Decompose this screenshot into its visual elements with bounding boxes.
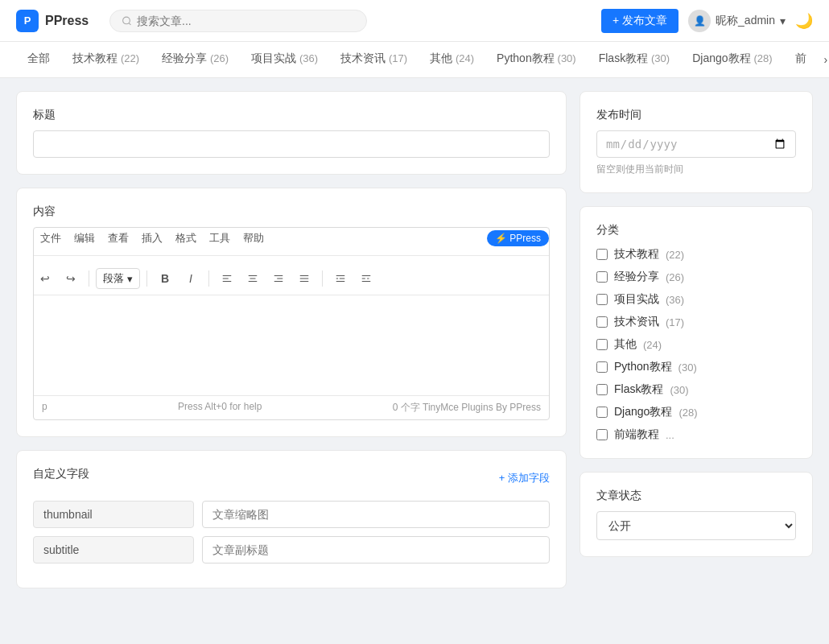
menu-view[interactable]: 查看 bbox=[101, 228, 135, 249]
tab-django[interactable]: Django教程 (28) bbox=[681, 42, 783, 77]
redo-button[interactable]: ↪ bbox=[60, 267, 82, 290]
toolbar-separator-3 bbox=[208, 270, 209, 287]
editor-wrapper: 文件 编辑 查看 插入 格式 工具 帮助 ⚡ PPress ↩ ↪ bbox=[33, 227, 550, 420]
tabs-more-button[interactable]: › bbox=[818, 43, 829, 76]
editor-help-hint: Press Alt+0 for help bbox=[178, 401, 262, 415]
ppress-badge: ⚡ PPress bbox=[487, 230, 549, 246]
category-card: 分类 技术教程 (22) 经验分享 (26) 项目实战 (36) bbox=[579, 206, 813, 459]
content-section-label: 内容 bbox=[33, 204, 550, 219]
category-item-frontend: 前端教程 ... bbox=[596, 427, 796, 442]
category-count-tech: (22) bbox=[666, 249, 684, 261]
category-checkbox-python[interactable] bbox=[596, 361, 608, 373]
category-checkbox-django[interactable] bbox=[596, 407, 608, 418]
editor-tag: p bbox=[42, 401, 47, 415]
chevron-down-icon: ▾ bbox=[127, 273, 133, 285]
publish-time-label: 发布时间 bbox=[596, 108, 796, 122]
menu-tools[interactable]: 工具 bbox=[203, 228, 237, 249]
tab-tech-tutorial[interactable]: 技术教程 (22) bbox=[61, 42, 151, 77]
italic-button[interactable]: I bbox=[179, 267, 202, 290]
align-left-button[interactable] bbox=[216, 267, 238, 290]
article-status-select[interactable]: 公开 私密 草稿 bbox=[596, 511, 796, 540]
editor-word-count: 0 个字 TinyMce Plugins By PPress bbox=[393, 401, 541, 415]
editor-body[interactable] bbox=[34, 295, 549, 392]
menu-format[interactable]: 格式 bbox=[169, 228, 203, 249]
outdent-button[interactable] bbox=[329, 267, 352, 290]
category-name-experience: 经验分享 bbox=[614, 270, 659, 284]
publish-article-button[interactable]: + 发布文章 bbox=[601, 9, 678, 33]
custom-fields-label: 自定义字段 bbox=[33, 467, 89, 481]
title-input[interactable] bbox=[33, 130, 550, 158]
article-status-label: 文章状态 bbox=[596, 489, 796, 503]
editor-menubar: 文件 编辑 查看 插入 格式 工具 帮助 ⚡ PPress bbox=[34, 228, 549, 256]
tab-other[interactable]: 其他 (24) bbox=[419, 42, 485, 77]
category-count-django: (28) bbox=[678, 407, 697, 419]
menu-help[interactable]: 帮助 bbox=[237, 228, 270, 249]
tab-experience[interactable]: 经验分享 (26) bbox=[151, 42, 240, 77]
align-center-button[interactable] bbox=[241, 267, 264, 290]
publish-time-card: 发布时间 留空则使用当前时间 bbox=[579, 91, 813, 193]
logo-icon: P bbox=[16, 10, 39, 32]
category-item-python: Python教程 (30) bbox=[596, 360, 796, 374]
field-key-thumbnail: thumbnail bbox=[33, 501, 194, 528]
dark-mode-button[interactable]: 🌙 bbox=[795, 12, 813, 30]
user-name: 昵称_admin bbox=[716, 14, 775, 28]
category-checkbox-tech[interactable] bbox=[596, 249, 608, 260]
category-name-tech: 技术教程 bbox=[614, 247, 659, 262]
svg-line-1 bbox=[129, 23, 130, 24]
field-row-subtitle: subtitle bbox=[33, 536, 550, 564]
category-checkbox-project[interactable] bbox=[596, 294, 608, 305]
tab-frontend[interactable]: 前 bbox=[784, 42, 818, 77]
logo-text: PPress bbox=[45, 14, 89, 28]
category-checkbox-flask[interactable] bbox=[596, 384, 608, 395]
publish-time-hint: 留空则使用当前时间 bbox=[596, 163, 796, 176]
custom-fields-header: 自定义字段 + 添加字段 bbox=[33, 467, 550, 489]
nav-tabs: 全部 技术教程 (22) 经验分享 (26) 项目实战 (36) 技术资讯 (1… bbox=[0, 42, 829, 78]
tab-all[interactable]: 全部 bbox=[16, 42, 61, 77]
category-count-frontend: ... bbox=[666, 429, 674, 441]
custom-fields-card: 自定义字段 + 添加字段 thumbnail subtitle bbox=[16, 450, 567, 588]
tab-flask[interactable]: Flask教程 (30) bbox=[588, 42, 681, 77]
user-menu[interactable]: 👤 昵称_admin ▾ bbox=[688, 10, 786, 32]
indent-button[interactable] bbox=[355, 267, 377, 290]
category-name-django: Django教程 bbox=[614, 405, 672, 419]
tab-news[interactable]: 技术资讯 (17) bbox=[329, 42, 419, 77]
menu-file[interactable]: 文件 bbox=[34, 228, 68, 249]
category-count-python: (30) bbox=[678, 361, 697, 374]
category-checkbox-news[interactable] bbox=[596, 316, 608, 328]
article-status-card: 文章状态 公开 私密 草稿 bbox=[579, 472, 813, 557]
add-field-button[interactable]: + 添加字段 bbox=[499, 471, 550, 485]
undo-button[interactable]: ↩ bbox=[34, 267, 56, 290]
right-panel: 发布时间 留空则使用当前时间 分类 技术教程 (22) 经验分享 (26) bbox=[579, 91, 813, 588]
avatar: 👤 bbox=[688, 10, 711, 32]
main-content: 标题 内容 文件 编辑 查看 插入 格式 工具 帮助 ⚡ PPress bbox=[0, 78, 829, 601]
menu-edit[interactable]: 编辑 bbox=[68, 228, 101, 249]
bold-button[interactable]: B bbox=[154, 267, 176, 290]
category-name-project: 项目实战 bbox=[614, 292, 659, 307]
toolbar-separator-1 bbox=[89, 270, 89, 287]
toolbar-separator-2 bbox=[146, 270, 147, 287]
align-right-button[interactable] bbox=[267, 267, 290, 290]
publish-date-input[interactable] bbox=[596, 130, 796, 158]
category-item-other: 其他 (24) bbox=[596, 337, 796, 352]
category-checkbox-frontend[interactable] bbox=[596, 429, 608, 440]
category-checkbox-other[interactable] bbox=[596, 339, 608, 350]
align-justify-button[interactable] bbox=[293, 267, 316, 290]
field-value-subtitle[interactable] bbox=[202, 536, 550, 564]
paragraph-select[interactable]: 段落 ▾ bbox=[96, 268, 140, 289]
menu-insert[interactable]: 插入 bbox=[135, 228, 169, 249]
category-checkbox-experience[interactable] bbox=[596, 271, 608, 283]
category-name-frontend: 前端教程 bbox=[614, 427, 659, 442]
tab-python[interactable]: Python教程 (30) bbox=[485, 42, 588, 77]
search-input[interactable] bbox=[137, 14, 355, 27]
title-card: 标题 bbox=[16, 91, 567, 175]
category-count-project: (36) bbox=[666, 294, 684, 306]
category-item-flask: Flask教程 (30) bbox=[596, 382, 796, 397]
category-count-experience: (26) bbox=[666, 271, 684, 283]
editor-toolbar: ↩ ↪ 段落 ▾ B I bbox=[34, 262, 549, 295]
svg-point-0 bbox=[123, 17, 130, 24]
field-value-thumbnail[interactable] bbox=[202, 501, 550, 528]
toolbar-separator-4 bbox=[322, 270, 323, 287]
category-name-python: Python教程 bbox=[614, 360, 672, 374]
header: P PPress + 发布文章 👤 昵称_admin ▾ 🌙 bbox=[0, 0, 829, 42]
tab-project[interactable]: 项目实战 (36) bbox=[240, 42, 329, 77]
